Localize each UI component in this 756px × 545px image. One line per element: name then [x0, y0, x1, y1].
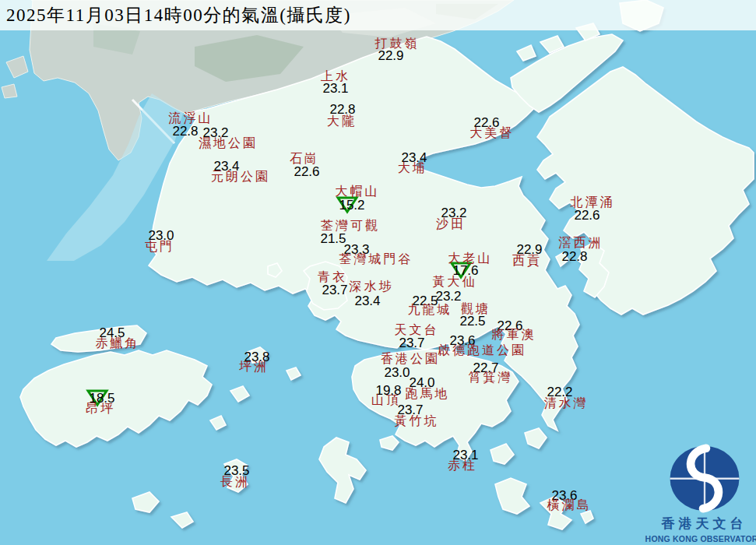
station-name-label: 清水灣: [544, 397, 589, 410]
station-temperature-value: 23.0: [384, 366, 410, 379]
station-temperature-value: 23.7: [399, 336, 424, 350]
station-temperature-value: 23.7: [322, 283, 347, 297]
station-name-label: 青衣: [318, 271, 347, 283]
hko-logo-chinese: 香港天文台: [662, 515, 747, 533]
station-temperature-value: 22.6: [294, 165, 319, 178]
station-temperature-value: 22.8: [329, 103, 355, 116]
station-temperature-value: 22.6: [574, 209, 600, 222]
station-name-label: 將軍澳: [492, 329, 536, 341]
station-name-label: 觀塘: [461, 303, 491, 315]
station-temperature-value: 22.5: [459, 315, 485, 328]
station-name-label: 石崗: [290, 153, 319, 165]
station-name-label: 大帽山: [336, 185, 380, 198]
station-name-label: 九龍城: [408, 304, 452, 316]
station-temperature-value: 23.2: [435, 290, 461, 303]
station-temperature-value: 22.9: [378, 49, 403, 62]
station-temperature-value: 23.4: [354, 294, 380, 308]
station-name-label: 打鼓嶺: [375, 37, 420, 50]
station-temperature-value: 22.8: [561, 250, 587, 263]
station-name-label: 橫瀾島: [547, 499, 592, 512]
hko-emblem-icon: [658, 444, 751, 513]
station-name-label: 上水: [321, 70, 350, 83]
station-name-label: 大美督: [470, 127, 515, 139]
station-temperature-value: 23.1: [322, 82, 348, 95]
station-name-label: 黃竹坑: [395, 415, 439, 427]
station-name-label: 大埔: [398, 162, 427, 174]
station-name-label: 元朗公園: [211, 171, 270, 183]
station-name-label: 黃大仙: [433, 276, 477, 288]
station-name-label: 長洲: [220, 476, 250, 488]
station-name-label: 西貢: [512, 255, 542, 267]
station-name-label: 北潭涌: [571, 196, 615, 209]
station-name-label: 啟德跑道公園: [438, 344, 526, 357]
station-name-label: 天文台: [395, 324, 439, 336]
station-name-label: 荃灣城門谷: [339, 253, 413, 265]
station-name-label: 沙田: [436, 218, 466, 230]
hko-logo: 香港天文台 HONG KONG OBSERVATORY: [652, 444, 756, 543]
station-name-label: 坪洲: [239, 360, 269, 373]
station-name-label: 跑馬地: [406, 388, 450, 400]
station-temperature-value: 22.8: [172, 125, 198, 138]
station-name-label: 大隴: [327, 115, 357, 128]
hko-temperature-map: 2025年11月03日14時00分的氣溫(攝氏度) 22.9打鼓嶺23.1上水2…: [0, 0, 756, 545]
station-name-label: 山頂: [371, 394, 401, 406]
station-name-label: 濕地公園: [199, 137, 258, 149]
station-name-label: 滘西洲: [559, 237, 603, 249]
station-name-label: 赤鱲角: [96, 337, 140, 350]
station-temperature-value: 15.2: [339, 199, 364, 212]
station-name-label: 荃灣可觀: [321, 220, 380, 232]
station-name-label: 屯門: [145, 241, 174, 253]
station-name-label: 香港公園: [381, 353, 440, 365]
station-name-label: 筲箕灣: [469, 371, 513, 384]
station-name-label: 大老山: [448, 252, 493, 265]
station-name-label: 深水埗: [350, 280, 394, 293]
station-name-label: 赤柱: [448, 459, 477, 472]
station-name-label: 流浮山: [169, 112, 213, 125]
station-name-label: 昂坪: [86, 403, 115, 415]
hko-logo-english: HONG KONG OBSERVATORY: [645, 534, 756, 543]
station-temperature-value: 21.5: [320, 232, 346, 245]
stations-layer: 22.9打鼓嶺23.1上水22.8大隴22.8流浮山23.2濕地公園23.4元朗…: [0, 0, 756, 545]
